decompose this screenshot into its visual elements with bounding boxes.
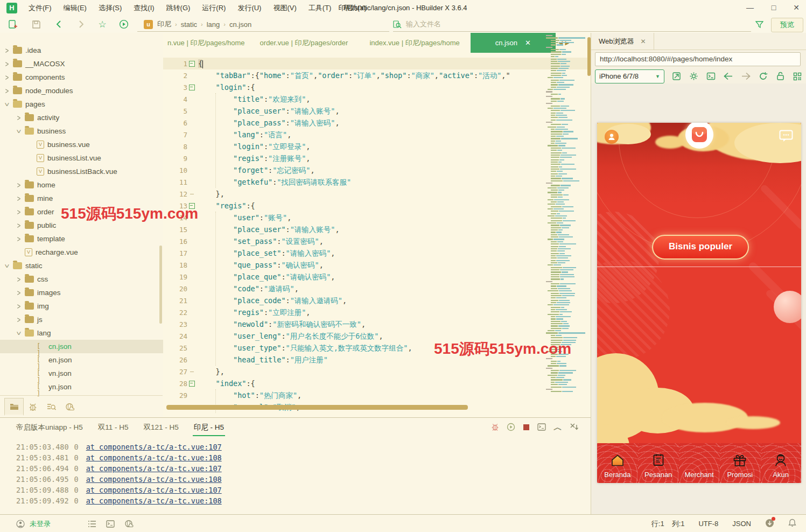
- bell-icon[interactable]: [788, 519, 796, 529]
- debug-view-icon[interactable]: [24, 399, 42, 415]
- editor-tab-cn.json[interactable]: cn.json✕: [471, 33, 556, 53]
- chevron-closed-icon[interactable]: >: [4, 73, 10, 82]
- tree-item-business[interactable]: >business: [0, 124, 163, 138]
- log-source-link[interactable]: at components/a-tc/a-tc.vue:108: [86, 453, 222, 462]
- tree-item-template[interactable]: >template: [0, 232, 163, 246]
- tree-item-recharge.vue[interactable]: >Vrecharge.vue: [0, 246, 163, 259]
- code-line[interactable]: 8 "login":"立即登录",: [163, 141, 591, 152]
- breadcrumb-item[interactable]: lang: [206, 20, 221, 29]
- files-view-icon[interactable]: [4, 398, 24, 416]
- minimize-button[interactable]: —: [742, 0, 758, 16]
- open-external-icon[interactable]: [671, 71, 682, 82]
- console-tab[interactable]: 帝启版本uniapp - H5: [9, 418, 90, 437]
- console-tab[interactable]: 印尼 - H5: [186, 418, 232, 437]
- console-tab[interactable]: 双11 - H5: [90, 418, 136, 437]
- web-browser-tab[interactable]: Web浏览器 ✕: [591, 33, 654, 50]
- restart-icon[interactable]: [507, 423, 515, 433]
- code-line[interactable]: 15 "place_user":"请输入账号",: [163, 223, 591, 235]
- tree-item-activity[interactable]: >activity: [0, 111, 163, 124]
- bisnis-populer-button[interactable]: Bisnis populer: [652, 235, 749, 260]
- user-icon[interactable]: [16, 520, 25, 528]
- update-download-icon[interactable]: [765, 519, 774, 529]
- fold-marker-icon[interactable]: [189, 381, 195, 387]
- horizontal-scrollbar[interactable]: [166, 405, 468, 410]
- log-source-link[interactable]: at components/a-tc/a-tc.vue:107: [86, 486, 222, 494]
- code-line[interactable]: 28 "index":{: [163, 377, 591, 389]
- code-line[interactable]: 5 "place_user":"请输入账号",: [163, 105, 591, 117]
- editor-tab-index.vue[interactable]: index.vue | 印尼/pages/home: [359, 33, 470, 53]
- chevron-closed-icon[interactable]: >: [16, 208, 22, 216]
- code-line[interactable]: 3 "login":{: [163, 81, 591, 93]
- code-line[interactable]: 23 "newold":"新密码和确认密码不一致",: [163, 318, 591, 330]
- settings-gear-icon[interactable]: [689, 71, 699, 82]
- chevron-closed-icon[interactable]: >: [16, 194, 22, 203]
- tree-item-businessList.vue[interactable]: >VbusinessList.vue: [0, 151, 163, 165]
- code-line[interactable]: 9 "regis":"注册账号",: [163, 152, 591, 164]
- refresh-icon[interactable]: [758, 71, 768, 82]
- tree-item-lang[interactable]: >lang: [0, 326, 163, 340]
- device-selector[interactable]: iPhone 6/7/8 ▼: [595, 69, 664, 83]
- app-nav-beranda[interactable]: Beranda: [597, 443, 638, 483]
- browser-forward-icon[interactable]: [740, 71, 751, 82]
- tree-item-businessListBack.vue[interactable]: >VbusinessListBack.vue: [0, 165, 163, 178]
- tree-item-img[interactable]: >img: [0, 299, 163, 313]
- chevron-open-icon[interactable]: >: [3, 263, 11, 269]
- chevron-closed-icon[interactable]: >: [16, 289, 22, 297]
- menu-item[interactable]: 文件(F): [23, 0, 58, 16]
- app-nav-pesanan[interactable]: Pesanan: [638, 443, 679, 483]
- cursor-line-indicator[interactable]: 行:1: [651, 519, 664, 529]
- menu-item[interactable]: 编辑(E): [58, 0, 93, 16]
- preview-button[interactable]: 预览: [771, 18, 803, 32]
- search-view-icon[interactable]: [42, 399, 60, 415]
- chevron-closed-icon[interactable]: >: [16, 181, 22, 190]
- chevron-closed-icon[interactable]: >: [4, 46, 10, 55]
- debug-bug-icon[interactable]: [491, 423, 499, 433]
- code-line[interactable]: 27 },: [163, 366, 591, 377]
- tree-item-js[interactable]: >js: [0, 313, 163, 326]
- code-line[interactable]: 19 "place_que":"请确认密码",: [163, 271, 591, 283]
- tree-item-components[interactable]: >components: [0, 71, 163, 84]
- code-line[interactable]: 6 "place_pass":"请输入密码",: [163, 117, 591, 129]
- outline-list-icon[interactable]: [88, 520, 96, 528]
- close-button[interactable]: ✕: [788, 0, 804, 16]
- tree-item-.idea[interactable]: >.idea: [0, 44, 163, 57]
- menu-item[interactable]: 选择(S): [93, 0, 128, 16]
- close-tab-icon[interactable]: ✕: [525, 39, 531, 47]
- tree-item-business.vue[interactable]: >Vbusiness.vue: [0, 138, 163, 151]
- tree-item-vn.json[interactable]: >[ ]vn.json: [0, 367, 163, 380]
- console-icon[interactable]: [706, 71, 716, 82]
- code-line[interactable]: 21 "place_code":"请输入邀请码",: [163, 295, 591, 306]
- filter-icon[interactable]: [753, 18, 766, 31]
- browser-back-icon[interactable]: [723, 71, 733, 82]
- tree-item-static[interactable]: >static: [0, 259, 163, 272]
- log-source-link[interactable]: at components/a-tc/a-tc.vue:107: [86, 443, 222, 451]
- login-status[interactable]: 未登录: [30, 519, 51, 529]
- menu-item[interactable]: 查找(I): [128, 0, 160, 16]
- code-line[interactable]: 11 "getkefu":"找回密码请联系客服": [163, 176, 591, 188]
- code-line[interactable]: 20 "code":"邀请码",: [163, 283, 591, 295]
- chevron-closed-icon[interactable]: >: [4, 87, 10, 95]
- chevron-closed-icon[interactable]: >: [16, 221, 22, 230]
- tree-item-home[interactable]: >home: [0, 178, 163, 192]
- code-line[interactable]: 1{: [163, 58, 591, 69]
- log-source-link[interactable]: at components/a-tc/a-tc.vue:108: [86, 475, 222, 484]
- code-line[interactable]: 12 },: [163, 188, 591, 200]
- unlock-icon[interactable]: [775, 71, 786, 82]
- breadcrumb-item[interactable]: static: [180, 20, 198, 29]
- tree-scrollbar[interactable]: [159, 246, 162, 324]
- clear-close-icon[interactable]: [570, 423, 579, 433]
- syntax-indicator[interactable]: JSON: [732, 520, 751, 528]
- collapse-panel-icon[interactable]: ︿: [553, 422, 562, 433]
- chevron-open-icon[interactable]: >: [15, 331, 23, 336]
- console-tab[interactable]: 双121 - H5: [136, 418, 186, 437]
- tree-item-images[interactable]: >images: [0, 286, 163, 299]
- new-file-icon[interactable]: [6, 18, 19, 31]
- code-line[interactable]: 29 "hot":"热门商家",: [163, 389, 591, 401]
- code-line[interactable]: 18 "que_pass":"确认密码",: [163, 259, 591, 271]
- tree-item-cn.json[interactable]: >[ ]cn.json: [0, 340, 163, 353]
- tree-item-css[interactable]: >css: [0, 272, 163, 286]
- breadcrumb-item[interactable]: 印尼: [156, 19, 172, 29]
- terminal-icon[interactable]: [537, 423, 546, 433]
- code-line[interactable]: 7 "lang":"语言",: [163, 129, 591, 141]
- app-nav-merchant[interactable]: Merchant: [679, 443, 720, 483]
